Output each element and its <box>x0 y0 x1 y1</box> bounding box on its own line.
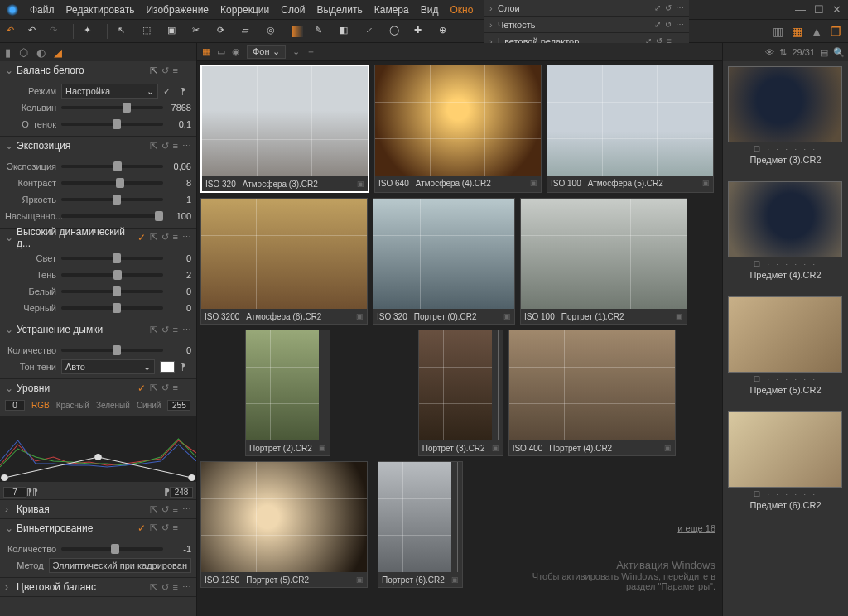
linear-icon[interactable]: ⟋ <box>364 25 378 38</box>
dehaze-slider[interactable] <box>61 349 163 352</box>
tab-lens-icon[interactable]: ⬡ <box>19 46 28 59</box>
saturation-slider[interactable] <box>61 214 163 218</box>
shadow-slider[interactable] <box>61 273 163 277</box>
tint-slider[interactable] <box>61 123 163 126</box>
erase-icon[interactable]: ◧ <box>340 25 353 38</box>
black-slider[interactable] <box>61 306 163 310</box>
panel-sharpness[interactable]: ›Четкость ⤢↺⋯ <box>484 17 689 33</box>
eyedropper-icon[interactable]: ⁋ <box>180 86 191 97</box>
thumbnail[interactable]: ISO 640Атмосфера (4).CR2▣ <box>374 65 542 193</box>
vignette-method-combo[interactable]: Эллиптический при кадрирован <box>49 558 191 573</box>
menu-layer[interactable]: Слой <box>281 4 305 16</box>
black-picker-icon[interactable]: ⁋ <box>26 487 32 498</box>
export-icon[interactable]: ❐ <box>831 25 841 38</box>
tone-swatch[interactable] <box>160 361 175 373</box>
contrast-slider[interactable] <box>61 181 163 185</box>
levels-rgb-tab[interactable]: RGB <box>31 401 50 410</box>
straighten-icon[interactable]: ⟳ <box>217 25 230 38</box>
gradient-icon[interactable] <box>292 26 303 37</box>
thumbnail[interactable]: ISO 100Атмосфера (5).CR2▣ <box>547 65 714 193</box>
thumbnail[interactable]: ISO 320Портрет (0).CR2▣ <box>373 198 515 325</box>
clone-icon[interactable]: ⊕ <box>439 25 452 38</box>
out-high-input[interactable] <box>170 487 193 498</box>
section-curve[interactable]: ›Кривая⇱↺≡⋯ <box>0 500 196 519</box>
menu-camera[interactable]: Камера <box>374 4 409 16</box>
grid-view-icon[interactable]: ▦ <box>202 46 210 57</box>
thumbnail[interactable]: ISO 400Портрет (4).CR2▣ <box>508 330 676 456</box>
thumbnail[interactable]: ISO 3200Атмосфера (6).CR2▣ <box>200 198 368 325</box>
thumbnail[interactable]: Портрет (2).CR2▣ <box>245 330 330 456</box>
undo-icon[interactable]: ↶ <box>7 25 20 38</box>
brush-icon[interactable]: ✎ <box>315 25 328 38</box>
levels-blue-tab[interactable]: Синий <box>137 401 161 410</box>
filmstrip-thumbnail[interactable]: ☐ · · · · · ·Предмет (3).CR2 <box>728 66 843 165</box>
menu-select[interactable]: Выделить <box>316 4 362 16</box>
more-link[interactable]: и еще 18 <box>677 523 716 533</box>
tab-color-icon[interactable]: ◐ <box>36 46 46 59</box>
menu-icon[interactable]: ≡ <box>173 65 178 76</box>
levels-histogram[interactable] <box>0 416 196 482</box>
filter-icon[interactable]: ▤ <box>820 47 828 58</box>
light-slider[interactable] <box>61 257 163 260</box>
menu-corrections[interactable]: Коррекции <box>220 4 269 16</box>
wand-icon[interactable]: ✦ <box>84 25 97 38</box>
eye-icon[interactable]: 👁 <box>765 47 774 57</box>
close-icon[interactable]: ✕ <box>832 3 841 16</box>
chevron-down-icon[interactable]: ⌄ <box>292 46 300 57</box>
menu-image[interactable]: Изображение <box>146 4 209 16</box>
search-icon[interactable]: 🔍 <box>833 47 845 58</box>
thumbnail[interactable]: Портрет (3).CR2▣ <box>418 330 504 456</box>
menu-edit[interactable]: Редактировать <box>66 4 135 16</box>
sort-icon[interactable]: ⇅ <box>779 47 787 58</box>
list-view-icon[interactable]: ◉ <box>232 46 240 57</box>
thumbnail[interactable]: Портрет (6).CR2▣ <box>378 461 463 588</box>
section-color-balance[interactable]: ›Цветовой баланс⇱↺≡⋯ <box>0 578 196 597</box>
levels-red-tab[interactable]: Красный <box>56 401 89 410</box>
exposure-slider[interactable] <box>61 165 163 168</box>
undo2-icon[interactable]: ↶ <box>28 25 41 38</box>
menu-window[interactable]: Окно <box>450 4 473 16</box>
pointer-icon[interactable]: ↖ <box>118 25 131 38</box>
add-icon[interactable]: ＋ <box>306 46 316 58</box>
layout1-icon[interactable]: ▥ <box>773 25 783 38</box>
levels-high-input[interactable] <box>167 400 190 411</box>
check-icon[interactable]: ✓ <box>137 232 146 243</box>
thumbnail[interactable]: ISO 1250Портрет (5).CR2▣ <box>200 461 368 588</box>
reset-icon[interactable]: ↺ <box>665 3 672 12</box>
crop-icon[interactable]: ✂ <box>192 25 205 38</box>
layout2-icon[interactable]: ▦ <box>792 25 802 38</box>
white-picker-icon[interactable]: ⁋ <box>164 487 170 498</box>
picker-icon[interactable]: ✓ <box>163 86 175 97</box>
thumbnail[interactable]: ISO 320Атмосфера (3).CR2▣ <box>200 65 369 193</box>
tone-picker-icon[interactable]: ⁋ <box>180 362 191 373</box>
spot-icon[interactable]: ◎ <box>267 25 280 38</box>
styles-icon[interactable]: ▣ <box>167 25 181 38</box>
kelvin-slider[interactable] <box>61 106 163 109</box>
pin-icon[interactable]: ⇱ <box>150 65 157 76</box>
radial-icon[interactable]: ◯ <box>389 25 402 38</box>
dehaze-tone-combo[interactable]: Авто⌄ <box>61 359 155 374</box>
brightness-slider[interactable] <box>61 198 163 201</box>
levels-green-tab[interactable]: Зеленый <box>96 401 130 410</box>
menu-file[interactable]: Файл <box>30 4 55 16</box>
layer-combo[interactable]: Фон ⌄ <box>247 45 286 59</box>
levels-low-input[interactable] <box>5 400 25 411</box>
filmstrip-view-icon[interactable]: ▭ <box>217 46 225 57</box>
vignette-slider[interactable] <box>61 547 163 551</box>
wb-mode-combo[interactable]: Настройка⌄ <box>61 84 158 99</box>
tab-exposure-icon[interactable]: ◢ <box>54 46 62 59</box>
warning-icon[interactable]: ▲ <box>811 25 822 38</box>
expand-icon[interactable]: ⤢ <box>654 3 661 12</box>
white-slider[interactable] <box>61 290 163 293</box>
keystone-icon[interactable]: ▱ <box>242 25 255 38</box>
maximize-icon[interactable]: ☐ <box>814 3 824 16</box>
panel-layers[interactable]: ›Слои ⤢↺⋯ <box>484 0 689 17</box>
menu-view[interactable]: Вид <box>421 4 439 16</box>
out-low-input[interactable] <box>3 487 26 498</box>
filmstrip-thumbnail[interactable]: ☐ · · · · · ·Предмет (5).CR2 <box>728 296 843 395</box>
minimize-icon[interactable]: — <box>795 3 806 16</box>
menu-icon[interactable]: ⋯ <box>676 3 684 12</box>
gray-picker-icon[interactable]: ⁋ <box>32 487 38 498</box>
reset-icon[interactable]: ↺ <box>161 65 169 76</box>
redo-icon[interactable]: ↷ <box>50 25 63 38</box>
